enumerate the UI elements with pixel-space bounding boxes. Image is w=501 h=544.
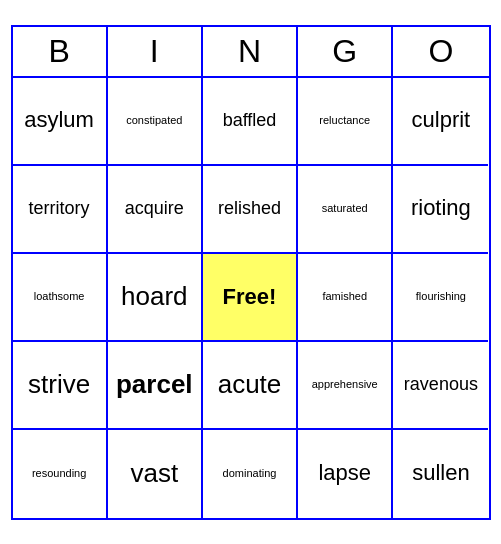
cell-text: loathsome	[34, 290, 85, 303]
cell-text: resounding	[32, 467, 86, 480]
bingo-header: BINGO	[13, 27, 489, 78]
cell-text: acquire	[125, 198, 184, 220]
cell-text: relished	[218, 198, 281, 220]
cell-text: dominating	[223, 467, 277, 480]
cell-text: lapse	[318, 460, 371, 486]
cell-text: culprit	[412, 107, 471, 133]
cell-text: flourishing	[416, 290, 466, 303]
cell-text: vast	[130, 458, 178, 489]
cell-text: famished	[322, 290, 367, 303]
cell-text: ravenous	[404, 374, 478, 396]
cell-text: reluctance	[319, 114, 370, 127]
bingo-cell: acute	[203, 342, 298, 430]
bingo-cell: constipated	[108, 78, 203, 166]
header-letter: N	[203, 27, 298, 76]
bingo-cell: famished	[298, 254, 393, 342]
bingo-cell: parcel	[108, 342, 203, 430]
cell-text: strive	[28, 369, 90, 400]
cell-text: baffled	[223, 110, 277, 132]
bingo-cell: vast	[108, 430, 203, 518]
cell-text: saturated	[322, 202, 368, 215]
cell-text: constipated	[126, 114, 182, 127]
bingo-cell: reluctance	[298, 78, 393, 166]
bingo-cell: loathsome	[13, 254, 108, 342]
bingo-cell: territory	[13, 166, 108, 254]
header-letter: B	[13, 27, 108, 76]
bingo-cell: Free!	[203, 254, 298, 342]
bingo-cell: culprit	[393, 78, 488, 166]
bingo-cell: saturated	[298, 166, 393, 254]
bingo-cell: strive	[13, 342, 108, 430]
bingo-cell: acquire	[108, 166, 203, 254]
header-letter: I	[108, 27, 203, 76]
bingo-cell: asylum	[13, 78, 108, 166]
cell-text: rioting	[411, 195, 471, 221]
cell-text: acute	[218, 369, 282, 400]
bingo-grid: asylumconstipatedbaffledreluctanceculpri…	[13, 78, 489, 518]
cell-text: Free!	[223, 284, 277, 310]
bingo-cell: lapse	[298, 430, 393, 518]
bingo-cell: sullen	[393, 430, 488, 518]
bingo-cell: rioting	[393, 166, 488, 254]
bingo-cell: relished	[203, 166, 298, 254]
cell-text: territory	[29, 198, 90, 220]
cell-text: sullen	[412, 460, 469, 486]
bingo-cell: flourishing	[393, 254, 488, 342]
bingo-cell: dominating	[203, 430, 298, 518]
bingo-cell: resounding	[13, 430, 108, 518]
cell-text: asylum	[24, 107, 94, 133]
cell-text: apprehensive	[312, 378, 378, 391]
header-letter: O	[393, 27, 488, 76]
bingo-cell: ravenous	[393, 342, 488, 430]
header-letter: G	[298, 27, 393, 76]
bingo-cell: hoard	[108, 254, 203, 342]
bingo-cell: baffled	[203, 78, 298, 166]
bingo-card: BINGO asylumconstipatedbaffledreluctance…	[11, 25, 491, 520]
cell-text: parcel	[116, 369, 193, 400]
cell-text: hoard	[121, 281, 188, 312]
bingo-cell: apprehensive	[298, 342, 393, 430]
